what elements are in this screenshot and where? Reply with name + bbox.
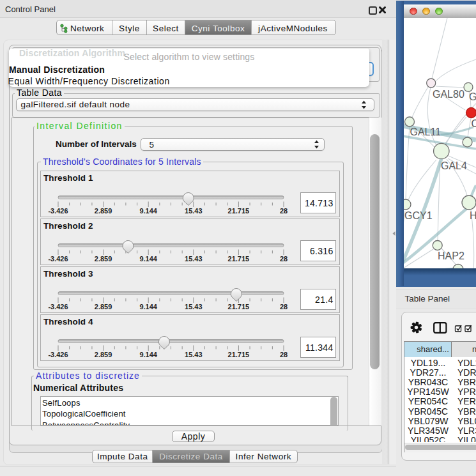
svg-text:21.715: 21.715 — [228, 255, 250, 263]
svg-text:9.144: 9.144 — [139, 207, 157, 215]
svg-text:GAL11: GAL11 — [410, 127, 441, 137]
svg-text:21.715: 21.715 — [228, 303, 250, 311]
svg-text:GAL80: GAL80 — [433, 89, 464, 100]
svg-text:2.859: 2.859 — [95, 303, 112, 311]
svg-text:15.43: 15.43 — [185, 351, 203, 358]
svg-text:15.43: 15.43 — [185, 303, 203, 311]
svg-text:-3.426: -3.426 — [48, 255, 68, 263]
svg-text:28: 28 — [280, 207, 288, 215]
svg-text:15.43: 15.43 — [185, 207, 203, 215]
svg-text:28: 28 — [280, 303, 288, 311]
svg-text:GA: GA — [469, 91, 476, 102]
svg-text:C: C — [472, 118, 476, 129]
svg-text:-3.426: -3.426 — [48, 207, 68, 215]
svg-text:2.859: 2.859 — [95, 351, 112, 358]
svg-text:2.859: 2.859 — [95, 207, 112, 215]
svg-text:28: 28 — [280, 255, 288, 263]
svg-text:-3.426: -3.426 — [48, 303, 68, 311]
svg-text:9.144: 9.144 — [139, 303, 157, 311]
svg-text:9.144: 9.144 — [139, 351, 157, 358]
svg-text:2.859: 2.859 — [95, 255, 112, 263]
svg-text:GAL4: GAL4 — [441, 160, 467, 171]
svg-text:HAP2: HAP2 — [438, 250, 464, 261]
svg-text:15.43: 15.43 — [185, 255, 203, 263]
svg-text:-3.426: -3.426 — [48, 351, 68, 358]
svg-text:21.715: 21.715 — [228, 207, 250, 215]
svg-text:H: H — [470, 210, 476, 221]
svg-text:28: 28 — [280, 351, 288, 358]
svg-text:GCY1: GCY1 — [404, 210, 433, 221]
svg-text:9.144: 9.144 — [139, 255, 157, 263]
svg-text:21.715: 21.715 — [228, 351, 250, 358]
